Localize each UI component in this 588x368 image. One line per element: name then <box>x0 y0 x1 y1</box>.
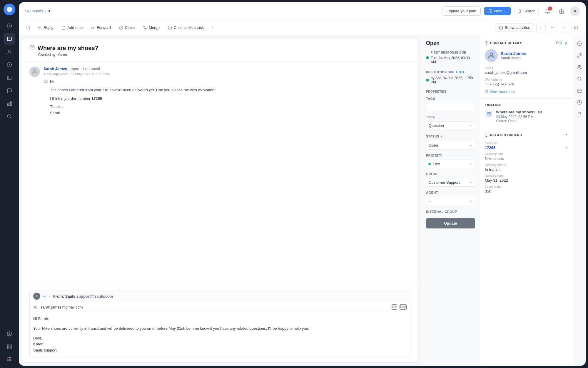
timeline-item-title: Where are my shoes? #3 <box>496 110 568 114</box>
sidebar-item-discover[interactable] <box>4 111 15 122</box>
close-button[interactable]: Close <box>116 24 138 32</box>
contact-name[interactable]: Sarah James <box>501 51 526 56</box>
type-row: Type Question <box>426 115 475 130</box>
all-tickets-link[interactable]: * All tickets <box>25 9 43 13</box>
agent-select[interactable]: -- <box>426 197 475 205</box>
priority-select-wrapper: Low <box>426 160 475 168</box>
order-expand-icon[interactable]: ∧ <box>565 145 568 150</box>
sidebar-item-settings[interactable] <box>4 328 15 340</box>
svg-point-9 <box>9 333 10 335</box>
notification-button[interactable]: 1 <box>542 6 553 16</box>
group-row: Group Customer Support <box>426 172 475 187</box>
sidebar-item-home[interactable] <box>4 20 15 32</box>
contact-avatar <box>485 49 498 62</box>
fr-calendar-icon[interactable] <box>575 98 584 107</box>
reply-arrows[interactable] <box>43 294 51 298</box>
timeline-item: Where are my shoes? #3 23 May 2022, 03:5… <box>485 110 568 123</box>
content-row: Where are my shoes? Created by Karen <box>19 35 586 366</box>
reply-bcc-button[interactable]: Bcc <box>400 304 407 310</box>
contact-email-label: Email <box>485 66 568 70</box>
update-button[interactable]: Update <box>426 218 475 228</box>
contact-collapse-button[interactable]: ∧ <box>564 40 568 46</box>
show-activities-button[interactable]: Show activities <box>495 23 534 32</box>
gift-button[interactable] <box>556 6 567 16</box>
type-select[interactable]: Question <box>426 121 475 130</box>
fr-info-icon[interactable] <box>575 39 584 48</box>
priority-select[interactable]: Low <box>426 160 475 168</box>
sidebar-item-contacts[interactable] <box>4 46 15 58</box>
layout-button[interactable] <box>572 23 581 32</box>
fr-clock-icon[interactable] <box>575 86 584 95</box>
prev-button[interactable] <box>536 23 546 32</box>
related-orders-section: RELATED ORDERS ∧ Order ID 17265 ∧ Order … <box>480 128 573 200</box>
svg-point-18 <box>9 359 10 360</box>
reply-from-email: support@sauls.com <box>76 294 113 299</box>
sidebar-item-tickets[interactable] <box>4 33 15 45</box>
message-author[interactable]: Sarah James <box>44 67 67 71</box>
msg-sign: Thanks, Sarah <box>50 104 215 116</box>
user-avatar[interactable]: K <box>570 6 580 16</box>
sidebar-item-reports[interactable] <box>4 59 15 71</box>
related-orders-collapse[interactable]: ∧ <box>565 133 568 137</box>
add-note-button[interactable]: Add note <box>58 24 86 32</box>
ticket-header: Where are my shoes? Created by Karen <box>22 39 417 62</box>
order-value-value: 350 <box>485 189 568 193</box>
message-body: Hi, The shoes I ordered from your site h… <box>50 79 215 119</box>
status-select[interactable]: Open <box>426 141 475 150</box>
forward-button[interactable]: Forward <box>87 24 114 32</box>
timeline-label: Timeline <box>485 103 568 107</box>
tags-input[interactable] <box>426 103 475 111</box>
explore-plan-button[interactable]: Explore your plan <box>442 6 481 16</box>
contact-email-field: Email sarah.james@gmail.com <box>485 66 568 75</box>
created-by-name[interactable]: Karen <box>57 53 67 57</box>
more-options-button[interactable] <box>208 24 217 32</box>
sidebar-logo[interactable] <box>4 4 15 15</box>
contact-panel: CONTACT DETAILS Edit ∧ Sarah James <box>480 35 573 366</box>
reply-button[interactable]: Reply <box>34 24 57 32</box>
more-nav-button[interactable]: ··· <box>548 23 557 32</box>
center-column: Where are my shoes? Created by Karen <box>19 35 421 366</box>
order-id-value[interactable]: 17265 <box>485 145 495 150</box>
sidebar-grid-icon[interactable] <box>4 354 15 364</box>
reply-body[interactable]: Hi Sarah, Your Nike shoes are currently … <box>29 312 410 357</box>
delivery-status-field: Delivery status In transit <box>485 163 568 172</box>
fr-people-icon[interactable] <box>575 62 584 72</box>
fr-link-icon[interactable] <box>575 51 584 60</box>
contact-header-actions: Edit ∧ <box>556 40 568 46</box>
view-more-link[interactable]: View more info <box>485 89 568 94</box>
topnav-right: Explore your plan New Search 1 K <box>442 6 580 16</box>
reply-body-sign: Best, Karen Sauls support <box>33 335 407 354</box>
properties-panel: Open FIRST RESPONSE DUE Tue, 24 May 2022… <box>421 35 480 366</box>
next-button[interactable] <box>560 23 569 32</box>
svg-point-17 <box>7 359 9 360</box>
new-button[interactable]: New <box>484 7 511 15</box>
reply-to-row: To: sarah.james@gmail.com Cc Bcc <box>29 302 410 312</box>
reply-cc-button[interactable]: Cc <box>392 304 397 310</box>
type-label: Type <box>426 115 475 119</box>
related-orders-title: RELATED ORDERS <box>485 133 522 137</box>
reply-from-name: Sauls <box>65 294 75 299</box>
svg-point-3 <box>9 50 10 52</box>
msg-body2: I think my order number 17265 <box>50 96 215 102</box>
sidebar-item-analytics[interactable] <box>4 98 15 110</box>
child-service-task-button[interactable]: Child service task <box>164 24 207 32</box>
star-button[interactable] <box>24 23 33 32</box>
delivery-date-field: Delivery date May 31, 2022 <box>485 174 568 183</box>
fr-file-icon[interactable] <box>575 110 584 119</box>
merge-button[interactable]: Merge <box>139 24 163 32</box>
contact-edit-link[interactable]: Edit <box>556 41 562 45</box>
search-button[interactable]: Search <box>514 7 539 15</box>
toolbar-right: Show activities ··· <box>495 23 581 32</box>
sidebar-item-apps[interactable] <box>4 341 15 353</box>
contact-profile: Sarah James Sarah James <box>485 49 568 62</box>
sidebar-item-chat[interactable] <box>4 85 15 97</box>
ticket-title-row: Where are my shoes? <box>29 45 410 52</box>
fr-search-icon[interactable] <box>575 74 584 84</box>
reply-to-email: sarah.james@gmail.com <box>41 305 392 309</box>
svg-point-21 <box>9 360 10 361</box>
resolution-edit[interactable]: Edit <box>456 70 465 74</box>
sidebar-item-knowledge[interactable] <box>4 72 15 84</box>
group-select[interactable]: Customer Support <box>426 178 475 187</box>
type-select-wrapper: Question <box>426 121 475 130</box>
contact-subname: Sarah James <box>501 56 526 60</box>
